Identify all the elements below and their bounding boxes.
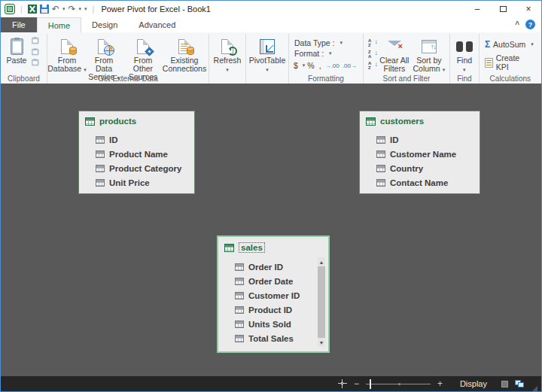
table-header[interactable]: products [85, 117, 188, 126]
scroll-up-icon[interactable]: ▲ [318, 257, 325, 266]
find-button[interactable]: Find ▾ [452, 35, 477, 75]
table-field[interactable]: Unit Price [96, 175, 188, 190]
maximize-button[interactable] [490, 1, 516, 17]
paste-button[interactable]: Paste [3, 35, 30, 66]
redo-dropdown-icon[interactable]: ▾ [79, 6, 82, 12]
column-icon [96, 165, 105, 172]
table-field[interactable]: Customer Name [376, 147, 473, 161]
tab-home[interactable]: Home [37, 17, 81, 32]
data-view-statusbar-icon[interactable] [501, 381, 508, 387]
table-field[interactable]: Contact Name [376, 175, 473, 190]
zoom-slider[interactable] [366, 384, 431, 384]
table-field[interactable]: Product Category [96, 161, 188, 175]
zoom-slider-thumb[interactable] [370, 379, 371, 389]
find-label: Find [457, 56, 472, 65]
resize-grip[interactable] [532, 386, 537, 391]
collapse-ribbon-icon[interactable]: ^ [515, 20, 519, 29]
tab-file[interactable]: File [1, 17, 37, 32]
table-field[interactable]: Country [376, 161, 473, 175]
table-field[interactable]: ID [96, 132, 188, 147]
create-kpi-button[interactable]: Create KPI [482, 53, 537, 72]
paste-append-icon[interactable] [32, 49, 38, 55]
column-icon [235, 292, 244, 299]
table-field[interactable]: ID [376, 132, 473, 147]
field-name: Product ID [248, 305, 292, 315]
powerpivot-window: | ↶▾ ↷▾ ▾ | Power Pivot for Excel - Book… [0, 0, 542, 392]
redo-button[interactable]: ↷ [68, 5, 75, 14]
minimize-button[interactable]: – [464, 1, 490, 17]
clear-all-filters-button[interactable]: Clear All Filters [378, 35, 411, 74]
sort-descending-icon[interactable]: ZA [367, 50, 378, 60]
excel-icon[interactable] [28, 5, 37, 14]
table-field[interactable]: Product ID [235, 302, 322, 317]
percent-button[interactable]: % [305, 61, 316, 70]
currency-button[interactable]: $ [291, 61, 300, 70]
table-field[interactable]: Units Sold [235, 317, 322, 331]
sort-filter-group-label: Sort and Filter [364, 74, 449, 83]
from-database-label: From Database [47, 56, 81, 73]
table-header[interactable]: sales [224, 242, 322, 253]
diagram-view-statusbar-icon[interactable] [515, 380, 524, 387]
group-find: Find ▾ Find [450, 34, 480, 84]
group-get-external-data: From Database▾ From Data Service▾ From O… [47, 34, 209, 84]
help-icon[interactable]: ? [525, 20, 535, 29]
pivottable-button[interactable]: PivotTable ▾ [248, 35, 286, 75]
autosum-button[interactable]: Σ AutoSum▾ [482, 38, 537, 50]
custom-sort-icon[interactable]: AZ [367, 61, 378, 71]
table-card-sales[interactable]: sales Order ID Order Date Customer ID Pr… [217, 236, 330, 353]
table-field[interactable]: Order ID [235, 260, 322, 274]
ribbon-tab-row: File Home Design Advanced ^ ? [1, 17, 541, 32]
get-external-data-group-label: Get External Data [47, 74, 209, 83]
increase-decimal-button[interactable]: →.00 [324, 62, 341, 69]
table-field[interactable]: Total Sales [235, 331, 322, 345]
decrease-decimal-button[interactable]: .00→ [341, 62, 358, 69]
scroll-down-icon[interactable]: ▼ [318, 338, 325, 347]
table-field[interactable]: Product Name [96, 147, 188, 161]
existing-connections-label: Existing Connections [163, 56, 206, 73]
tab-advanced[interactable]: Advanced [128, 17, 186, 32]
clipboard-group-label: Clipboard [1, 74, 47, 83]
from-database-button[interactable]: From Database▾ [50, 35, 84, 75]
field-name: Contact Name [390, 178, 448, 187]
copy-icon[interactable] [32, 59, 38, 65]
undo-button[interactable]: ↶ [52, 5, 59, 14]
paste-replace-icon[interactable] [32, 38, 38, 44]
undo-dropdown-icon[interactable]: ▾ [62, 6, 65, 12]
field-name: ID [390, 135, 399, 144]
table-name[interactable]: sales [239, 242, 265, 253]
sort-by-column-button[interactable]: Sort by Column▾ [411, 35, 447, 75]
comma-button[interactable]: , [317, 61, 324, 70]
fit-to-screen-icon[interactable] [338, 379, 347, 388]
group-formatting: Data Type :▾ Format :▾ $▾ % , →.00 .00→ … [289, 34, 364, 84]
sort-by-column-label: Sort by Column [413, 56, 442, 73]
column-icon [376, 150, 385, 158]
table-scrollbar[interactable]: ▲ ▼ [318, 257, 325, 347]
dropdown-icon: ▾ [463, 65, 466, 74]
data-type-dropdown[interactable]: Data Type :▾ [291, 38, 358, 48]
table-field[interactable]: Customer ID [235, 288, 322, 302]
table-header[interactable]: customers [366, 117, 473, 126]
clear-filters-icon [388, 41, 401, 53]
table-field[interactable]: Order Date [235, 274, 322, 288]
column-icon [235, 335, 244, 342]
display-label: Display [460, 379, 487, 388]
column-icon [376, 179, 385, 187]
dropdown-icon: ▾ [443, 67, 446, 72]
table-card-products[interactable]: products ID Product Name Product Categor… [78, 111, 195, 194]
close-button[interactable]: × [516, 1, 541, 17]
zoom-in-button[interactable]: + [437, 379, 443, 388]
table-card-customers[interactable]: customers ID Customer Name Country Conta… [359, 111, 480, 194]
format-dropdown[interactable]: Format :▾ [291, 48, 358, 59]
sort-ascending-icon[interactable]: AZ [367, 38, 378, 49]
field-name: ID [109, 135, 118, 144]
zoom-out-button[interactable]: − [354, 379, 359, 388]
column-icon [235, 306, 244, 314]
dropdown-icon: ▾ [329, 50, 332, 56]
tab-design[interactable]: Design [81, 17, 128, 32]
existing-connections-button[interactable]: Existing Connections [163, 35, 206, 74]
save-icon[interactable] [40, 5, 49, 14]
refresh-button[interactable]: Refresh ▾ [212, 35, 243, 75]
customize-qat-icon[interactable]: ▾ [84, 6, 87, 12]
pivottable-icon [260, 39, 275, 54]
diagram-canvas[interactable]: products ID Product Name Product Categor… [1, 84, 541, 376]
